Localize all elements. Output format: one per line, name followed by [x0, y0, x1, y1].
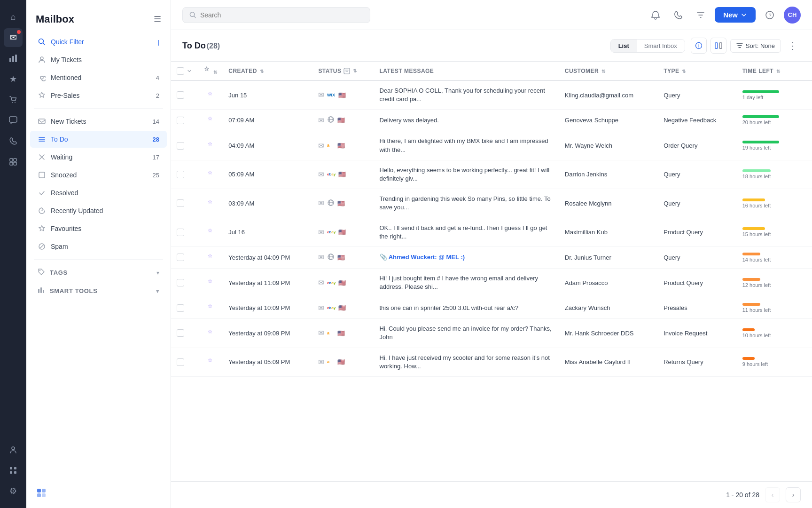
avatar[interactable]: CH	[784, 7, 801, 24]
rail-cart-icon[interactable]	[4, 90, 23, 109]
row-checkbox[interactable]	[177, 171, 184, 178]
sidebar-menu-icon[interactable]: ☰	[154, 14, 161, 24]
row-checkbox[interactable]	[177, 279, 184, 286]
sidebar-item-quick-filter[interactable]: Quick Filter |	[30, 33, 167, 50]
table-row[interactable]: Yesterday at 09:09 PM ✉ a 🇺🇸 Hi, Could y…	[171, 319, 812, 348]
time-bar-wrapper: 20 hours left	[742, 115, 806, 125]
tags-section[interactable]: TAGS ▾	[30, 264, 167, 281]
pagination-bar: 1 - 20 of 28 ‹ ›	[171, 481, 812, 508]
row-checkbox[interactable]	[177, 91, 184, 99]
svg-rect-5	[9, 117, 17, 122]
rail-settings-icon[interactable]: ⚙	[4, 482, 23, 500]
envelope-icon: ✉	[318, 116, 324, 125]
sidebar-item-resolved[interactable]: Resolved	[30, 184, 167, 201]
table-row[interactable]: 07:09 AM ✉ 🇺🇸 Delivery was delayed. Geno…	[171, 110, 812, 131]
table-row[interactable]: Yesterday at 05:09 PM ✉ a 🇺🇸 Hi, I have …	[171, 348, 812, 376]
new-button[interactable]: New	[715, 7, 756, 23]
svg-rect-2	[15, 55, 17, 62]
table-row[interactable]: Jun 15 ✉ WIX 🇺🇸 Dear SOPHIA O COLL, Than…	[171, 80, 812, 110]
topbar: New ? CH	[171, 0, 812, 30]
time-left-header[interactable]: Time left ⇅	[737, 62, 812, 80]
info-button[interactable]: i	[691, 38, 707, 54]
select-dropdown-icon[interactable]	[187, 69, 192, 73]
table-row[interactable]: Yesterday at 04:09 PM ✉ 🇺🇸 📎 Ahmed Wucke…	[171, 246, 812, 268]
time-bar-wrapper: 12 hours left	[742, 278, 806, 288]
rail-star-icon[interactable]: ★	[4, 70, 23, 88]
snoozed-icon	[38, 171, 46, 179]
svg-rect-14	[14, 471, 16, 474]
more-options-button[interactable]: ⋮	[785, 38, 801, 54]
sidebar-item-snoozed[interactable]: Snoozed 25	[30, 167, 167, 183]
table-row[interactable]: 05:09 AM ✉ ebay 🇺🇸 Hello, everything see…	[171, 160, 812, 189]
sort-icon	[736, 42, 743, 49]
search-input[interactable]	[200, 11, 363, 19]
tags-chevron-icon: ▾	[156, 270, 159, 276]
filter-button[interactable]	[692, 7, 709, 24]
pagination-prev-button[interactable]: ‹	[765, 487, 780, 502]
view-smart-button[interactable]: Smart Inbox	[637, 40, 685, 52]
table-row[interactable]: Yesterday at 10:09 PM ✉ ebay 🇺🇸 this one…	[171, 297, 812, 319]
select-all-header[interactable]	[171, 62, 197, 80]
status-filter-icon[interactable]	[344, 68, 350, 74]
table-row[interactable]: 04:09 AM ✉ a 🇺🇸 Hi there, I am delighted…	[171, 131, 812, 160]
select-all-checkbox[interactable]	[177, 67, 184, 75]
phone-button[interactable]	[670, 7, 687, 24]
status-cell: ✉ ebay 🇺🇸	[312, 297, 374, 319]
rail-puzzle-icon[interactable]	[4, 152, 23, 171]
rail-apps-icon[interactable]	[4, 461, 23, 480]
search-box[interactable]	[182, 7, 370, 23]
message-header: Latest message	[374, 62, 559, 80]
status-cell: ✉ a 🇺🇸	[312, 319, 374, 348]
row-checkbox[interactable]	[177, 229, 184, 236]
row-magic-icon	[206, 303, 214, 311]
rail-chat-icon[interactable]	[4, 111, 23, 130]
status-header[interactable]: Status ⇅	[312, 62, 374, 80]
rail-home-icon[interactable]: ⌂	[4, 8, 23, 26]
sidebar-item-new-tickets[interactable]: New Tickets 14	[30, 113, 167, 130]
rail-team-icon[interactable]	[4, 440, 23, 459]
sidebar-item-waiting[interactable]: Waiting 17	[30, 149, 167, 166]
sidebar-item-pre-sales[interactable]: Pre-Sales 2	[30, 87, 167, 104]
rail-chart-icon[interactable]	[4, 49, 23, 68]
row-magic-icon	[206, 116, 214, 123]
table-row[interactable]: Yesterday at 11:09 PM ✉ ebay 🇺🇸 Hi! I ju…	[171, 268, 812, 297]
sidebar-item-mentioned[interactable]: Mentioned 4	[30, 69, 167, 86]
row-checkbox[interactable]	[177, 199, 184, 207]
magic-cell	[197, 160, 223, 189]
row-checkbox[interactable]	[177, 304, 184, 312]
row-checkbox[interactable]	[177, 117, 184, 124]
rail-mail-icon[interactable]: ✉	[4, 28, 23, 47]
time-left-cell: 19 hours left	[737, 131, 812, 160]
customer-header[interactable]: Customer ⇅	[559, 62, 658, 80]
created-header[interactable]: Created ⇅	[223, 62, 312, 80]
row-checkbox[interactable]	[177, 142, 184, 150]
notifications-button[interactable]	[647, 7, 664, 24]
sort-button[interactable]: Sort: None	[730, 39, 781, 53]
channel-icon: ebay	[327, 170, 336, 178]
row-checkbox[interactable]	[177, 329, 184, 337]
smart-tools-section[interactable]: SMART TOOLS ▾	[30, 282, 167, 300]
svg-rect-12	[14, 467, 16, 469]
svg-rect-18	[39, 119, 45, 124]
magic-cell	[197, 218, 223, 246]
view-list-button[interactable]: List	[611, 40, 637, 52]
table-row[interactable]: Jul 16 ✉ ebay 🇺🇸 OK.. I ll send it back …	[171, 218, 812, 246]
columns-button[interactable]	[710, 38, 726, 54]
sidebar-item-my-tickets[interactable]: My Tickets	[30, 51, 167, 68]
type-header[interactable]: Type ⇅	[658, 62, 737, 80]
pagination-next-button[interactable]: ›	[786, 487, 801, 502]
row-checkbox[interactable]	[177, 254, 184, 261]
sidebar-item-spam[interactable]: Spam	[30, 238, 167, 255]
table-row[interactable]: 03:09 AM ✉ 🇺🇸 Trending in gardening this…	[171, 189, 812, 218]
sidebar-item-recently-updated[interactable]: Recently Updated	[30, 202, 167, 219]
sidebar-item-favourites[interactable]: Favourites	[30, 220, 167, 237]
svg-text:ebay: ebay	[327, 172, 336, 176]
sidebar-bottom-icon[interactable]	[34, 485, 49, 500]
sidebar-item-to-do[interactable]: To Do 28	[30, 131, 167, 148]
rail-phone-icon[interactable]	[4, 132, 23, 151]
row-checkbox[interactable]	[177, 358, 184, 366]
magic-sort-header[interactable]: ⇅	[197, 62, 223, 80]
svg-rect-32	[42, 489, 46, 492]
mentioned-label: Mentioned	[51, 74, 151, 81]
help-button[interactable]: ?	[761, 7, 778, 24]
